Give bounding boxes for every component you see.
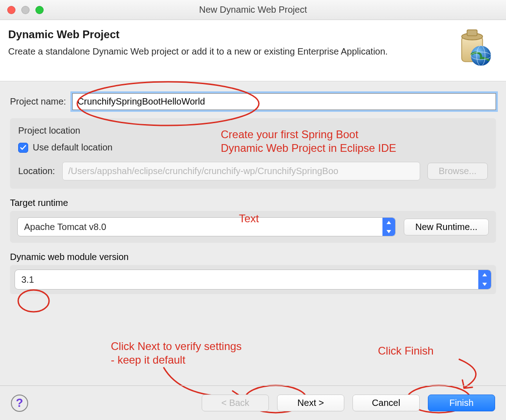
location-label: Location: — [18, 166, 55, 176]
target-runtime-label: Target runtime — [10, 198, 496, 208]
cancel-button[interactable]: Cancel — [352, 395, 420, 411]
dwmv-label: Dynamic web module version — [10, 252, 496, 262]
project-name-label: Project name: — [10, 96, 66, 107]
project-name-row: Project name: — [10, 93, 496, 110]
window-title: New Dynamic Web Project — [0, 5, 506, 15]
location-row: Location: Browse... — [18, 162, 488, 180]
zoom-window-icon[interactable] — [35, 6, 44, 14]
wizard-title: Dynamic Web Project — [8, 28, 388, 41]
browse-button: Browse... — [427, 163, 488, 180]
location-input — [62, 162, 420, 180]
annotation-click-finish: Click Finish — [378, 344, 434, 358]
window-traffic-lights — [0, 6, 44, 14]
titlebar: New Dynamic Web Project — [0, 0, 506, 20]
dwmv-value: 3.1 — [15, 275, 478, 285]
wizard-header: Dynamic Web Project Create a standalone … — [0, 20, 506, 81]
back-button: < Back — [202, 395, 269, 411]
annotation-next-note-2: - keep it default — [111, 353, 185, 367]
target-runtime-value: Apache Tomcat v8.0 — [18, 222, 382, 232]
help-button[interactable]: ? — [11, 395, 28, 412]
dwmv-combo[interactable]: 3.1 — [15, 270, 491, 290]
use-default-location-row: Use default location — [18, 142, 488, 153]
project-name-input[interactable] — [72, 93, 496, 110]
wizard-description: Create a standalone Dynamic Web project … — [8, 45, 388, 58]
minimize-window-icon — [21, 6, 30, 14]
wizard-button-bar: ? < Back Next > Cancel Finish — [0, 385, 506, 420]
project-location-title: Project location — [18, 125, 488, 136]
web-project-jar-globe-icon — [453, 28, 495, 72]
target-runtime-combo[interactable]: Apache Tomcat v8.0 — [17, 217, 396, 236]
close-window-icon[interactable] — [7, 6, 15, 14]
finish-button[interactable]: Finish — [428, 395, 495, 411]
svg-rect-2 — [467, 30, 477, 36]
project-location-group: Project location Use default location Lo… — [10, 118, 496, 189]
target-runtime-group: Apache Tomcat v8.0 New Runtime... — [10, 211, 496, 243]
combo-stepper-icon[interactable] — [478, 270, 491, 289]
use-default-location-label: Use default location — [33, 142, 113, 153]
new-runtime-button[interactable]: New Runtime... — [404, 219, 489, 235]
dwmv-group: 3.1 — [10, 265, 496, 294]
use-default-location-checkbox[interactable] — [18, 143, 28, 153]
next-button[interactable]: Next > — [277, 395, 344, 411]
combo-stepper-icon[interactable] — [382, 218, 395, 236]
annotation-next-note-1: Click Next to verify settings — [111, 339, 242, 353]
